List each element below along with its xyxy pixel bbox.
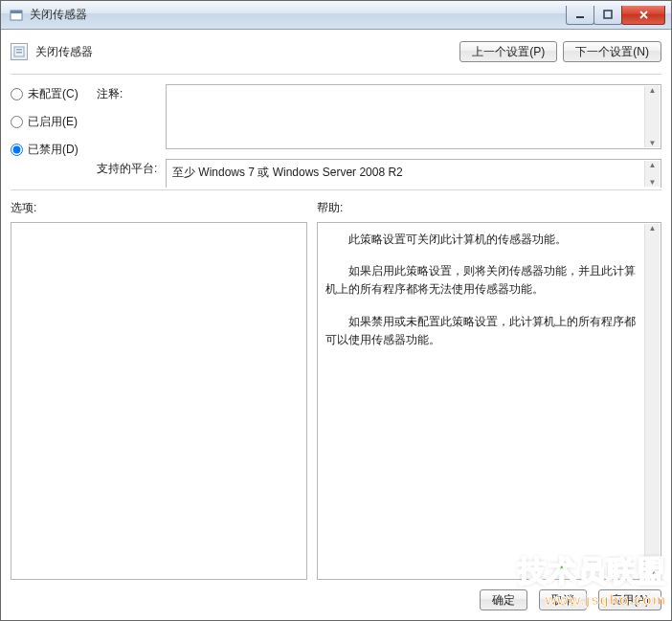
radio-disabled[interactable]: 已禁用(D) <box>11 142 97 158</box>
close-button[interactable] <box>621 6 665 25</box>
scroll-down-icon[interactable]: ▼ <box>649 178 657 187</box>
scrollbar[interactable]: ▲ ▼ <box>644 161 660 187</box>
scroll-down-icon[interactable]: ▼ <box>649 139 657 147</box>
next-setting-button[interactable]: 下一个设置(N) <box>563 41 661 62</box>
dialog-footer: 确定 取消 应用(A) <box>11 580 661 610</box>
window-controls <box>567 6 665 25</box>
state-radio-group: 未配置(C) 已启用(E) 已禁用(D) <box>11 84 97 188</box>
help-paragraph: 如果启用此策略设置，则将关闭传感器功能，并且此计算机上的所有程序都将无法使用传感… <box>325 262 641 299</box>
platform-textbox: 至少 Windows 7 或 Windows Server 2008 R2 ▲ … <box>166 159 661 188</box>
comment-field-row: 注释: ▲ ▼ <box>97 84 661 149</box>
help-label: 帮助: <box>317 200 343 216</box>
platform-label: 支持的平台: <box>97 159 166 188</box>
lower-labels: 选项: 帮助: <box>11 190 661 222</box>
cancel-button[interactable]: 取消 <box>539 589 587 610</box>
scroll-up-icon[interactable]: ▲ <box>649 224 657 233</box>
previous-setting-button[interactable]: 上一个设置(P) <box>459 41 557 62</box>
radio-enabled-input[interactable] <box>11 116 23 128</box>
titlebar: 关闭传感器 <box>1 1 671 30</box>
svg-rect-2 <box>576 16 584 18</box>
scrollbar[interactable]: ▲ ▼ <box>644 86 660 147</box>
options-label: 选项: <box>11 200 317 216</box>
policy-header: 关闭传感器 上一个设置(P) 下一个设置(N) <box>11 37 661 75</box>
scroll-up-icon[interactable]: ▲ <box>649 86 657 95</box>
scrollbar[interactable]: ▲ ▼ <box>644 224 660 578</box>
policy-title: 关闭传感器 <box>35 44 93 60</box>
window-sysicon <box>9 8 24 23</box>
comment-label: 注释: <box>97 84 166 149</box>
radio-not-configured-input[interactable] <box>11 88 23 100</box>
svg-rect-3 <box>604 11 612 18</box>
help-pane: 此策略设置可关闭此计算机的传感器功能。 如果启用此策略设置，则将关闭传感器功能，… <box>317 222 661 580</box>
ok-button[interactable]: 确定 <box>480 589 527 610</box>
options-pane <box>11 222 307 580</box>
platform-field-row: 支持的平台: 至少 Windows 7 或 Windows Server 200… <box>97 159 661 188</box>
apply-button[interactable]: 应用(A) <box>598 589 661 610</box>
maximize-button[interactable] <box>594 6 622 25</box>
scroll-up-icon[interactable]: ▲ <box>649 161 657 169</box>
svg-rect-6 <box>16 52 22 54</box>
help-paragraph: 如果禁用或未配置此策略设置，此计算机上的所有程序都可以使用传感器功能。 <box>325 313 641 349</box>
comment-textarea[interactable]: ▲ ▼ <box>166 84 661 149</box>
radio-not-configured[interactable]: 未配置(C) <box>11 86 97 102</box>
svg-rect-5 <box>16 49 22 51</box>
help-paragraph: 此策略设置可关闭此计算机的传感器功能。 <box>325 231 641 249</box>
lower-panes: 此策略设置可关闭此计算机的传感器功能。 如果启用此策略设置，则将关闭传感器功能，… <box>11 222 661 580</box>
config-section: 未配置(C) 已启用(E) 已禁用(D) 注释: ▲ ▼ <box>11 75 661 190</box>
radio-enabled[interactable]: 已启用(E) <box>11 114 97 130</box>
minimize-button[interactable] <box>566 6 594 25</box>
scroll-down-icon[interactable]: ▼ <box>649 569 657 578</box>
svg-rect-1 <box>11 11 22 13</box>
window-title: 关闭传感器 <box>30 7 87 23</box>
radio-disabled-input[interactable] <box>11 144 23 156</box>
policy-icon <box>11 43 28 60</box>
